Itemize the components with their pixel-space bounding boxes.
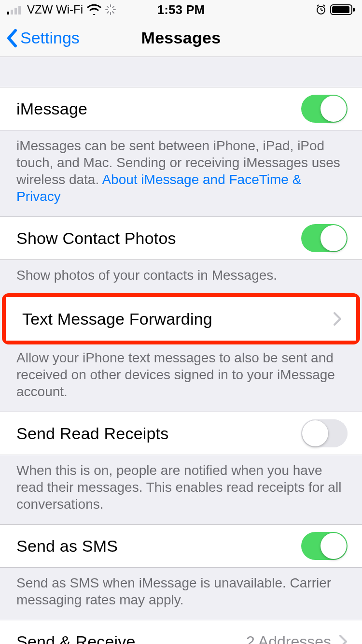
imessage-row[interactable]: iMessage [0, 87, 362, 130]
forwarding-label: Text Message Forwarding [22, 310, 212, 329]
back-label: Settings [20, 29, 80, 47]
svg-rect-0 [7, 12, 9, 14]
svg-rect-1 [11, 10, 13, 14]
imessage-footer: iMessages can be sent between iPhone, iP… [0, 130, 362, 216]
svg-rect-19 [353, 8, 355, 12]
send-sms-label: Send as SMS [16, 537, 118, 556]
read-receipts-row[interactable]: Send Read Receipts [0, 412, 362, 455]
status-left: VZW Wi-Fi [7, 3, 116, 16]
svg-rect-2 [14, 8, 17, 14]
svg-line-8 [107, 6, 109, 8]
chevron-right-icon [333, 312, 342, 326]
forwarding-row[interactable]: Text Message Forwarding [6, 297, 356, 341]
forwarding-highlight: Text Message Forwarding [2, 293, 360, 344]
chevron-right-icon [339, 634, 348, 644]
loading-spinner-icon [105, 4, 116, 15]
clock-label: 1:53 PM [157, 2, 205, 17]
signal-icon [7, 5, 23, 14]
svg-line-10 [112, 6, 114, 8]
battery-icon [330, 4, 355, 15]
carrier-label: VZW Wi-Fi [27, 3, 83, 16]
send-sms-footer: Send as SMS when iMessage is unavailable… [0, 568, 362, 620]
status-right [316, 4, 355, 15]
imessage-label: iMessage [16, 100, 87, 118]
imessage-switch[interactable] [301, 95, 348, 123]
page-title: Messages [141, 29, 221, 47]
alarm-icon [316, 4, 326, 15]
contact-photos-footer: Show photos of your contacts in Messages… [0, 260, 362, 295]
svg-rect-18 [332, 6, 349, 13]
read-receipts-footer: When this is on, people are notified whe… [0, 455, 362, 524]
svg-line-9 [112, 12, 114, 13]
send-sms-row[interactable]: Send as SMS [0, 524, 362, 568]
send-sms-switch[interactable] [301, 532, 348, 560]
nav-bar: Settings Messages [0, 19, 362, 57]
chevron-left-icon [6, 29, 18, 48]
send-receive-row[interactable]: Send & Receive 2 Addresses [0, 620, 362, 644]
forwarding-footer: Allow your iPhone text messages to also … [0, 343, 362, 412]
svg-rect-3 [18, 6, 21, 14]
status-bar: VZW Wi-Fi 1:53 PM [0, 0, 362, 19]
read-receipts-label: Send Read Receipts [16, 424, 168, 443]
svg-line-16 [323, 5, 325, 6]
back-button[interactable]: Settings [0, 29, 80, 48]
contact-photos-row[interactable]: Show Contact Photos [0, 216, 362, 260]
contact-photos-label: Show Contact Photos [16, 229, 176, 248]
send-receive-label: Send & Receive [16, 632, 136, 644]
contact-photos-switch[interactable] [301, 224, 348, 252]
send-receive-value: 2 Addresses [246, 633, 331, 644]
svg-line-11 [107, 12, 109, 13]
wifi-icon [87, 4, 101, 15]
svg-line-15 [317, 5, 319, 6]
read-receipts-switch[interactable] [301, 419, 348, 447]
